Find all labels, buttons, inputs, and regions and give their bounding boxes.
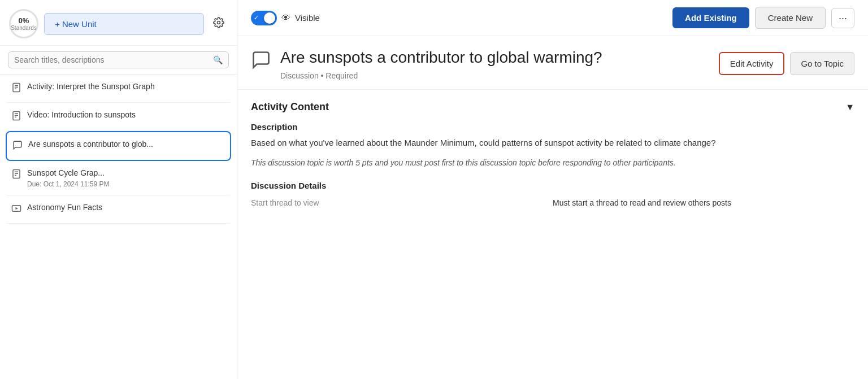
chevron-down-icon[interactable]: ▼ [845, 102, 854, 112]
sidebar-header: 0% Standards + New Unit [0, 0, 237, 46]
description-text: Based on what you've learned about the M… [251, 136, 854, 150]
gear-icon [213, 17, 224, 28]
create-new-button[interactable]: Create New [755, 7, 826, 29]
list-item-text: Astronomy Fun Facts [27, 202, 102, 214]
search-icon: 🔍 [213, 55, 223, 64]
list-item[interactable]: Astronomy Fun Facts [6, 195, 231, 224]
more-options-button[interactable]: ··· [831, 8, 854, 28]
toggle-wrap: ✓ 👁 Visible [251, 11, 320, 25]
svg-point-0 [218, 21, 220, 24]
section-header: Activity Content ▼ [251, 101, 854, 113]
standards-label: Standards [11, 25, 37, 31]
toolbar-right: Add Existing Create New ··· [672, 7, 854, 29]
eye-icon: 👁 [281, 13, 290, 23]
edit-activity-button[interactable]: Edit Activity [719, 52, 785, 75]
table-row: Start thread to view Must start a thread… [251, 196, 854, 210]
svg-marker-14 [16, 207, 19, 210]
discussion-icon [12, 140, 23, 153]
list-item[interactable]: Sunspot Cycle Grap... Due: Oct 1, 2024 1… [6, 161, 231, 195]
standards-percent: 0% [19, 16, 29, 25]
document-icon [11, 82, 21, 95]
new-unit-button[interactable]: + New Unit [44, 13, 204, 35]
visible-toggle[interactable]: ✓ [251, 11, 277, 25]
main-toolbar: ✓ 👁 Visible Add Existing Create New ··· [237, 0, 868, 36]
list-item[interactable]: Activity: Interpret the Sunspot Graph [6, 75, 231, 103]
activity-header-right: Edit Activity Go to Topic [719, 52, 854, 75]
list-item-text: Are sunspots a contributor to glob... [28, 139, 153, 150]
discussion-details-label: Discussion Details [251, 181, 854, 190]
list-item-active[interactable]: Are sunspots a contributor to glob... [6, 131, 231, 161]
standards-circle: 0% Standards [9, 9, 38, 38]
list-item-text: Activity: Interpret the Sunspot Graph [27, 81, 155, 93]
visible-label: Visible [295, 13, 320, 23]
go-to-topic-button[interactable]: Go to Topic [790, 52, 854, 75]
activity-header: Are sunspots a contributor to global war… [237, 36, 868, 90]
section-title: Activity Content [251, 101, 329, 113]
activity-discussion-icon [251, 50, 271, 74]
activity-header-left: Are sunspots a contributor to global war… [251, 47, 602, 80]
document-icon [11, 111, 21, 124]
new-unit-label: + New Unit [55, 19, 97, 29]
activity-title: Are sunspots a contributor to global war… [280, 47, 602, 68]
table-cell-value: Must start a thread to read and review o… [553, 196, 854, 210]
search-bar: 🔍 [0, 46, 237, 75]
description-italic: This discussion topic is worth 5 pts and… [251, 156, 854, 169]
settings-button[interactable] [210, 14, 228, 34]
description-label: Description [251, 122, 854, 132]
list-item-text: Sunspot Cycle Grap... [27, 168, 109, 179]
table-cell-label: Start thread to view [251, 196, 553, 210]
main-content: ✓ 👁 Visible Add Existing Create New ··· … [237, 0, 868, 379]
search-input[interactable] [14, 55, 213, 64]
sidebar: 0% Standards + New Unit 🔍 Activity: Inte… [0, 0, 237, 379]
discussion-details-table: Start thread to view Must start a thread… [251, 196, 854, 210]
checkmark-icon: ✓ [254, 14, 259, 21]
content-area: Activity Content ▼ Description Based on … [237, 90, 868, 379]
list-item-text: Video: Introduction to sunspots [27, 110, 136, 121]
sidebar-list: Activity: Interpret the Sunspot Graph Vi… [0, 75, 237, 379]
list-item[interactable]: Video: Introduction to sunspots [6, 103, 231, 131]
activity-meta: Discussion • Required [280, 71, 602, 80]
document-icon [11, 169, 21, 182]
toggle-knob [264, 12, 275, 24]
list-item-sub: Due: Oct 1, 2024 11:59 PM [27, 180, 109, 188]
add-existing-button[interactable]: Add Existing [672, 7, 749, 28]
video-icon [11, 203, 21, 216]
